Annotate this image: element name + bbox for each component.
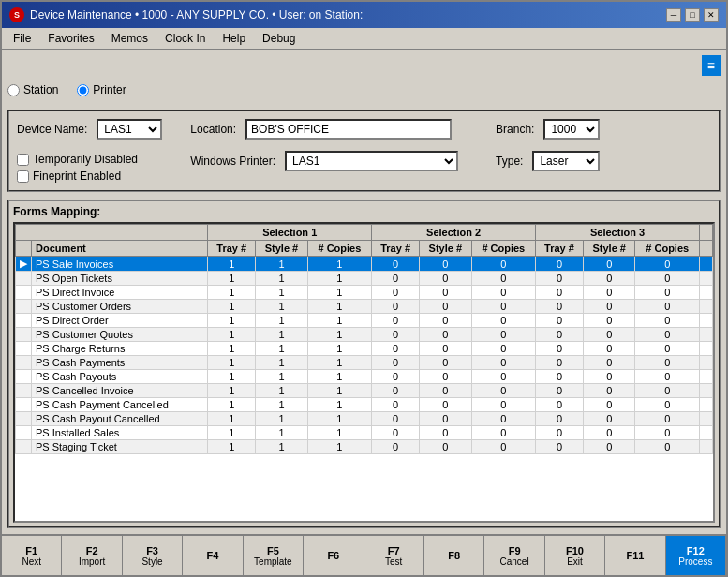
row-s2-copies[interactable]: 0 xyxy=(471,314,535,328)
row-s1-style[interactable]: 1 xyxy=(256,398,308,412)
row-s3-tray[interactable]: 0 xyxy=(536,412,584,426)
list-icon-button[interactable]: ≡ xyxy=(702,55,721,76)
row-s2-copies[interactable]: 0 xyxy=(471,370,535,384)
row-s2-style[interactable]: 0 xyxy=(420,384,472,398)
table-row[interactable]: PS Staging Ticket 1 1 1 0 0 0 0 0 0 xyxy=(16,440,713,454)
row-s1-copies[interactable]: 1 xyxy=(307,384,371,398)
menu-file[interactable]: File xyxy=(6,30,38,47)
row-s3-copies[interactable]: 0 xyxy=(635,412,700,426)
row-s2-tray[interactable]: 0 xyxy=(372,314,420,328)
row-s3-copies[interactable]: 0 xyxy=(635,286,700,300)
fn-button-f12[interactable]: F12 Process xyxy=(666,536,726,575)
row-s3-copies[interactable]: 0 xyxy=(635,328,700,342)
table-row[interactable]: PS Charge Returns 1 1 1 0 0 0 0 0 0 xyxy=(16,342,713,356)
row-s3-copies[interactable]: 0 xyxy=(635,272,700,286)
row-s1-copies[interactable]: 1 xyxy=(307,370,371,384)
row-s2-tray[interactable]: 0 xyxy=(372,398,420,412)
row-s3-tray[interactable]: 0 xyxy=(536,314,584,328)
row-s1-copies[interactable]: 1 xyxy=(307,398,371,412)
row-s1-copies[interactable]: 1 xyxy=(307,300,371,314)
table-container[interactable]: Selection 1 Selection 2 Selection 3 Docu… xyxy=(13,222,715,523)
row-s3-copies[interactable]: 0 xyxy=(635,384,700,398)
row-s3-copies[interactable]: 0 xyxy=(635,314,700,328)
row-s1-tray[interactable]: 1 xyxy=(208,412,256,426)
row-s1-copies[interactable]: 1 xyxy=(307,314,371,328)
row-s2-copies[interactable]: 0 xyxy=(471,398,535,412)
row-s2-copies[interactable]: 0 xyxy=(471,426,535,440)
row-s3-style[interactable]: 0 xyxy=(583,440,635,454)
row-s2-style[interactable]: 0 xyxy=(420,257,472,272)
row-s3-style[interactable]: 0 xyxy=(583,314,635,328)
row-s3-style[interactable]: 0 xyxy=(583,300,635,314)
row-s1-style[interactable]: 1 xyxy=(256,370,308,384)
fineprint-label[interactable]: Fineprint Enabled xyxy=(17,170,162,183)
row-s1-tray[interactable]: 1 xyxy=(208,328,256,342)
row-s1-tray[interactable]: 1 xyxy=(208,398,256,412)
table-row[interactable]: PS Open Tickets 1 1 1 0 0 0 0 0 0 xyxy=(16,272,713,286)
row-s2-style[interactable]: 0 xyxy=(420,286,472,300)
menu-favorites[interactable]: Favorites xyxy=(40,30,101,47)
table-row[interactable]: PS Cash Payments 1 1 1 0 0 0 0 0 0 xyxy=(16,356,713,370)
fn-button-f10[interactable]: F10 Exit xyxy=(545,536,605,575)
row-s2-style[interactable]: 0 xyxy=(420,370,472,384)
row-s3-style[interactable]: 0 xyxy=(583,342,635,356)
row-s3-copies[interactable]: 0 xyxy=(635,300,700,314)
row-s2-tray[interactable]: 0 xyxy=(372,440,420,454)
row-s1-tray[interactable]: 1 xyxy=(208,272,256,286)
row-s1-style[interactable]: 1 xyxy=(256,342,308,356)
row-s2-copies[interactable]: 0 xyxy=(471,412,535,426)
fineprint-checkbox[interactable] xyxy=(17,170,29,183)
temp-disabled-checkbox[interactable] xyxy=(17,154,29,166)
table-row[interactable]: PS Customer Orders 1 1 1 0 0 0 0 0 0 xyxy=(16,300,713,314)
row-s2-tray[interactable]: 0 xyxy=(372,300,420,314)
table-row[interactable]: ▶ PS Sale Invoices 1 1 1 0 0 0 0 0 0 xyxy=(16,257,713,272)
radio-station-label[interactable]: Station xyxy=(7,83,58,96)
row-s1-copies[interactable]: 1 xyxy=(307,286,371,300)
row-s1-copies[interactable]: 1 xyxy=(307,412,371,426)
row-s2-copies[interactable]: 0 xyxy=(471,384,535,398)
row-s2-tray[interactable]: 0 xyxy=(372,257,420,272)
row-s1-style[interactable]: 1 xyxy=(256,286,308,300)
row-s1-tray[interactable]: 1 xyxy=(208,370,256,384)
row-s1-tray[interactable]: 1 xyxy=(208,286,256,300)
row-s3-style[interactable]: 0 xyxy=(583,426,635,440)
row-s2-style[interactable]: 0 xyxy=(420,342,472,356)
row-s2-copies[interactable]: 0 xyxy=(471,342,535,356)
row-s1-tray[interactable]: 1 xyxy=(208,257,256,272)
row-s2-style[interactable]: 0 xyxy=(420,314,472,328)
row-s3-style[interactable]: 0 xyxy=(583,412,635,426)
row-s1-tray[interactable]: 1 xyxy=(208,342,256,356)
row-s3-tray[interactable]: 0 xyxy=(536,328,584,342)
table-row[interactable]: PS Cancelled Invoice 1 1 1 0 0 0 0 0 0 xyxy=(16,384,713,398)
fn-button-f11[interactable]: F11 xyxy=(605,536,665,575)
row-s3-tray[interactable]: 0 xyxy=(536,286,584,300)
row-s2-copies[interactable]: 0 xyxy=(471,300,535,314)
row-s2-tray[interactable]: 0 xyxy=(372,272,420,286)
row-s1-style[interactable]: 1 xyxy=(256,328,308,342)
row-s2-style[interactable]: 0 xyxy=(420,356,472,370)
type-select[interactable]: Laser xyxy=(532,151,600,171)
row-s1-copies[interactable]: 1 xyxy=(307,426,371,440)
row-s3-tray[interactable]: 0 xyxy=(536,300,584,314)
row-s3-style[interactable]: 0 xyxy=(583,356,635,370)
row-s1-copies[interactable]: 1 xyxy=(307,342,371,356)
row-s1-copies[interactable]: 1 xyxy=(307,272,371,286)
row-s1-copies[interactable]: 1 xyxy=(307,328,371,342)
row-s3-copies[interactable]: 0 xyxy=(635,342,700,356)
row-s2-style[interactable]: 0 xyxy=(420,300,472,314)
row-s2-copies[interactable]: 0 xyxy=(471,440,535,454)
row-s3-style[interactable]: 0 xyxy=(583,370,635,384)
row-s1-style[interactable]: 1 xyxy=(256,300,308,314)
row-s2-tray[interactable]: 0 xyxy=(372,370,420,384)
table-row[interactable]: PS Cash Payouts 1 1 1 0 0 0 0 0 0 xyxy=(16,370,713,384)
table-row[interactable]: PS Installed Sales 1 1 1 0 0 0 0 0 0 xyxy=(16,426,713,440)
menu-debug[interactable]: Debug xyxy=(255,30,303,47)
row-s2-tray[interactable]: 0 xyxy=(372,342,420,356)
row-s3-tray[interactable]: 0 xyxy=(536,342,584,356)
row-s3-style[interactable]: 0 xyxy=(583,286,635,300)
row-s1-tray[interactable]: 1 xyxy=(208,300,256,314)
row-s3-tray[interactable]: 0 xyxy=(536,398,584,412)
row-s2-tray[interactable]: 0 xyxy=(372,328,420,342)
fn-button-f1[interactable]: F1 Next xyxy=(2,536,62,575)
fn-button-f5[interactable]: F5 Template xyxy=(244,536,304,575)
